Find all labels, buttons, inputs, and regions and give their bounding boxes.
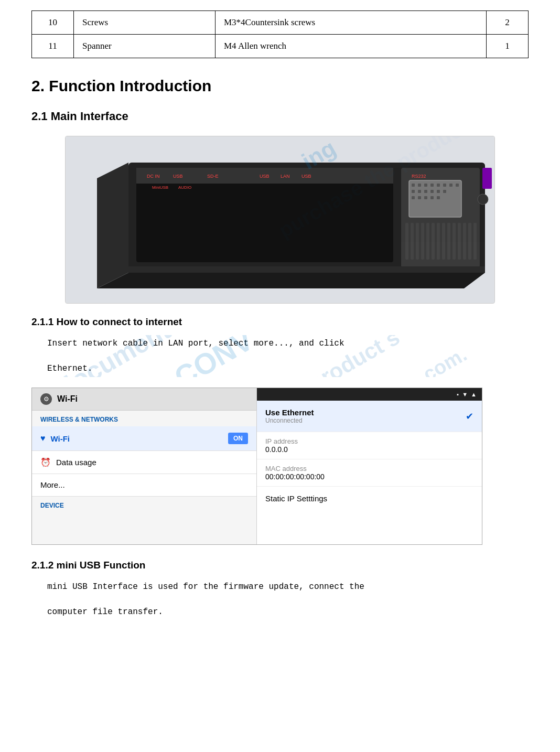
device-image: DC IN USB SD-E USB LAN USB MiniUSB AUDIO…: [65, 136, 495, 304]
ip-address-label: IP address: [265, 437, 473, 445]
svg-rect-30: [443, 190, 446, 193]
wifi-label: Wi-Fi: [51, 434, 70, 443]
svg-rect-20: [430, 184, 434, 187]
more-item[interactable]: More...: [32, 474, 256, 497]
clock-icon: ⏰: [40, 457, 51, 467]
svg-rect-22: [443, 184, 446, 187]
svg-rect-44: [447, 223, 450, 260]
svg-rect-34: [430, 196, 434, 199]
row-10-desc: M3*4Countersink screws: [216, 11, 487, 35]
static-ip-item[interactable]: Static IP Setttings: [257, 487, 482, 511]
svg-rect-23: [449, 184, 453, 187]
mac-address-value: 00:00:00:00:00:00: [265, 472, 473, 481]
svg-text:RS232: RS232: [412, 174, 426, 179]
section-211-heading: 2.1.1 How to connect to internet: [31, 316, 529, 328]
ethernet-item[interactable]: Use Ethernet Unconnected ✔: [257, 401, 482, 432]
svg-rect-31: [412, 196, 415, 199]
wifi-title: Wi-Fi: [57, 394, 78, 404]
table-row-10: 10 Screws M3*4Countersink screws 2: [32, 11, 529, 35]
svg-rect-40: [426, 223, 429, 260]
svg-rect-52: [128, 266, 485, 273]
svg-rect-43: [442, 223, 445, 260]
device-section-label: DEVICE: [32, 497, 256, 512]
svg-text:USB: USB: [260, 174, 270, 179]
svg-rect-48: [468, 223, 471, 260]
svg-rect-51: [482, 168, 492, 189]
wifi-status-icon: ▲: [471, 391, 477, 398]
section-212-body-line1: mini USB Interface is used for the firmw…: [47, 578, 513, 595]
battery-icon: ▪: [457, 391, 459, 398]
svg-text:MiniUSB: MiniUSB: [152, 185, 168, 190]
svg-rect-33: [424, 196, 427, 199]
table-row-11: 11 Spanner M4 Allen wrench 1: [32, 35, 529, 58]
row-11-desc: M4 Allen wrench: [216, 35, 487, 58]
wireless-section-label: WIRELESS & NETWORKS: [32, 411, 256, 426]
svg-text:SD-E: SD-E: [207, 174, 219, 179]
svg-text:DC IN: DC IN: [147, 174, 160, 179]
wifi-panel: ⚙ Wi-Fi WIRELESS & NETWORKS ♥ Wi-Fi ON ⏰…: [32, 388, 257, 544]
svg-rect-37: [411, 223, 414, 260]
svg-rect-16: [409, 180, 461, 217]
section-211-body-line1: Insert network cable in LAN port, select…: [47, 335, 513, 352]
settings-screenshot: ⚙ Wi-Fi WIRELESS & NETWORKS ♥ Wi-Fi ON ⏰…: [31, 388, 482, 545]
svg-marker-1: [97, 273, 485, 288]
section-2-heading: 2. Function Introduction: [31, 77, 529, 95]
gear-icon: ⚙: [40, 393, 52, 405]
section-212-body-line2: computer file transfer.: [47, 604, 513, 620]
row-11-name: Spanner: [74, 35, 216, 58]
wifi-item: ♥ Wi-Fi ON: [32, 426, 256, 451]
static-ip-label: Static IP Setttings: [265, 494, 327, 503]
signal-icon: ▼: [462, 391, 468, 398]
unconnected-label: Unconnected: [265, 417, 314, 424]
row-11-number: 11: [32, 35, 74, 58]
row-10-number: 10: [32, 11, 74, 35]
svg-text:USB: USB: [173, 174, 183, 179]
svg-rect-35: [437, 196, 440, 199]
wifi-signal-icon: ♥: [40, 434, 46, 443]
ethernet-panel: ▪ ▼ ▲ Use Ethernet Unconnected ✔ IP addr…: [257, 388, 482, 544]
svg-rect-38: [416, 223, 419, 260]
status-bar: ▪ ▼ ▲: [257, 388, 482, 401]
data-usage-item: ⏰ Data usage: [32, 451, 256, 474]
svg-rect-39: [421, 223, 424, 260]
section-21-heading: 2.1 Main Interface: [31, 110, 529, 123]
parts-table: 10 Screws M3*4Countersink screws 2 11 Sp…: [31, 10, 529, 58]
svg-rect-29: [437, 190, 440, 193]
svg-rect-27: [424, 190, 427, 193]
check-icon: ✔: [466, 411, 473, 422]
svg-text:LAN: LAN: [281, 174, 290, 179]
svg-rect-4: [136, 170, 393, 262]
svg-rect-25: [412, 190, 415, 193]
more-label: More...: [40, 480, 65, 489]
svg-rect-41: [432, 223, 435, 260]
row-11-qty: 1: [487, 35, 529, 58]
svg-rect-49: [473, 223, 477, 260]
svg-rect-19: [424, 184, 427, 187]
svg-rect-28: [430, 190, 434, 193]
wifi-toggle[interactable]: ON: [228, 433, 248, 444]
svg-rect-46: [458, 223, 461, 260]
svg-rect-42: [437, 223, 440, 260]
use-ethernet-label: Use Ethernet: [265, 408, 314, 417]
section-211-body-line2: Ethernet.: [47, 360, 513, 377]
row-10-name: Screws: [74, 11, 216, 35]
svg-rect-47: [463, 223, 466, 260]
ip-address-value: 0.0.0.0: [265, 445, 473, 454]
svg-rect-18: [418, 184, 421, 187]
svg-rect-36: [405, 223, 408, 260]
svg-rect-45: [453, 223, 456, 260]
wifi-header: ⚙ Wi-Fi: [32, 388, 256, 411]
svg-marker-2: [97, 163, 128, 288]
svg-rect-26: [418, 190, 421, 193]
svg-rect-21: [437, 184, 440, 187]
svg-rect-24: [456, 184, 459, 187]
mac-address-item: MAC address 00:00:00:00:00:00: [257, 459, 482, 487]
svg-text:USB: USB: [301, 174, 311, 179]
svg-rect-32: [418, 196, 421, 199]
section-212-heading: 2.1.2 mini USB Function: [31, 560, 529, 571]
data-usage-label: Data usage: [56, 458, 96, 467]
svg-point-50: [478, 194, 488, 205]
ip-address-item: IP address 0.0.0.0: [257, 432, 482, 459]
mac-address-label: MAC address: [265, 465, 473, 472]
row-10-qty: 2: [487, 11, 529, 35]
